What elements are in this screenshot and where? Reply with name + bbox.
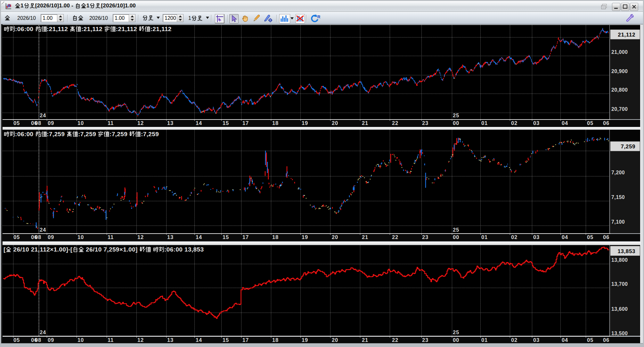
svg-text:20: 20: [332, 120, 338, 126]
svg-text:11: 11: [108, 234, 114, 240]
svg-text:19: 19: [302, 337, 308, 343]
svg-text:00: 00: [453, 234, 459, 240]
svg-text:12: 12: [137, 120, 144, 126]
svg-text:13: 13: [167, 234, 174, 240]
svg-text:04: 04: [562, 234, 568, 240]
svg-text:21,000: 21,000: [611, 49, 628, 55]
svg-text:18: 18: [272, 234, 279, 240]
svg-text:21: 21: [362, 234, 368, 240]
svg-text:20: 20: [332, 234, 338, 240]
svg-text:20,900: 20,900: [611, 69, 628, 74]
svg-text:04: 04: [562, 120, 568, 126]
svg-text:18: 18: [272, 120, 279, 126]
svg-text:13: 13: [167, 120, 174, 126]
svg-text:25: 25: [453, 329, 459, 335]
svg-text:25: 25: [453, 112, 459, 118]
svg-text:01: 01: [481, 337, 488, 343]
svg-text:10: 10: [77, 120, 84, 126]
svg-text:25: 25: [453, 227, 459, 233]
svg-text:11: 11: [108, 337, 114, 343]
svg-text:17: 17: [242, 120, 249, 126]
svg-text:22: 22: [392, 120, 398, 126]
svg-text:21,112: 21,112: [618, 32, 635, 38]
svg-text:03: 03: [533, 120, 540, 126]
svg-text:08: 08: [35, 120, 41, 126]
svg-text:11: 11: [108, 120, 114, 126]
svg-text:05: 05: [13, 120, 20, 126]
svg-text:09: 09: [48, 337, 54, 343]
svg-text:13,800: 13,800: [611, 257, 628, 263]
svg-text:13,700: 13,700: [611, 281, 628, 287]
svg-text:19: 19: [302, 234, 308, 240]
svg-text:17: 17: [242, 337, 249, 343]
svg-text:23: 23: [422, 337, 428, 343]
svg-text:13,600: 13,600: [611, 306, 628, 312]
svg-text:18: 18: [272, 337, 279, 343]
svg-text:00: 00: [453, 337, 459, 343]
svg-text:06: 06: [603, 234, 609, 240]
svg-text:02: 02: [511, 337, 518, 343]
svg-text:23: 23: [422, 234, 428, 240]
svg-text:05: 05: [13, 234, 20, 240]
svg-text:22: 22: [392, 234, 398, 240]
svg-text:23: 23: [422, 120, 428, 126]
svg-text:7,200: 7,200: [611, 170, 625, 175]
svg-text:03: 03: [533, 337, 540, 343]
svg-text:20,800: 20,800: [611, 87, 628, 93]
svg-text:17: 17: [242, 234, 249, 240]
svg-text:02: 02: [511, 120, 518, 126]
svg-text:02: 02: [511, 234, 518, 240]
svg-text:08: 08: [35, 337, 41, 343]
svg-text:05: 05: [13, 337, 20, 343]
svg-text:01: 01: [481, 234, 488, 240]
svg-text:05: 05: [587, 337, 593, 343]
svg-text:14: 14: [196, 337, 202, 343]
svg-text:15: 15: [223, 234, 229, 240]
svg-text:15: 15: [223, 120, 229, 126]
svg-text:05: 05: [587, 234, 593, 240]
svg-text:03: 03: [533, 234, 540, 240]
svg-text:21: 21: [362, 120, 368, 126]
svg-text:08: 08: [35, 234, 41, 240]
svg-text:14: 14: [196, 120, 202, 126]
svg-text:24: 24: [40, 112, 46, 118]
svg-text:12: 12: [137, 234, 144, 240]
svg-text:22: 22: [392, 337, 398, 343]
svg-text:00: 00: [453, 120, 459, 126]
svg-text:01: 01: [481, 120, 488, 126]
svg-text:20: 20: [332, 337, 338, 343]
svg-text:06: 06: [603, 120, 609, 126]
svg-text:09: 09: [48, 234, 54, 240]
svg-text:10: 10: [77, 337, 84, 343]
svg-text:13,853: 13,853: [617, 248, 635, 254]
svg-text:21: 21: [362, 337, 368, 343]
svg-text:7,150: 7,150: [611, 194, 625, 200]
svg-text:7,259: 7,259: [621, 144, 635, 150]
svg-text:14: 14: [196, 234, 202, 240]
svg-text:24: 24: [40, 329, 46, 335]
svg-text:12: 12: [137, 337, 144, 343]
svg-text:24: 24: [40, 227, 46, 233]
svg-text:7,100: 7,100: [611, 219, 625, 225]
svg-text:06: 06: [603, 337, 609, 343]
svg-text:05: 05: [587, 120, 593, 126]
svg-text:20,700: 20,700: [611, 106, 628, 112]
svg-text:15: 15: [223, 337, 229, 343]
svg-text:13,500: 13,500: [611, 331, 628, 336]
svg-text:09: 09: [48, 120, 54, 126]
svg-text:04: 04: [562, 337, 568, 343]
svg-text:13: 13: [167, 337, 174, 343]
svg-text:10: 10: [77, 234, 84, 240]
svg-text:19: 19: [302, 120, 308, 126]
